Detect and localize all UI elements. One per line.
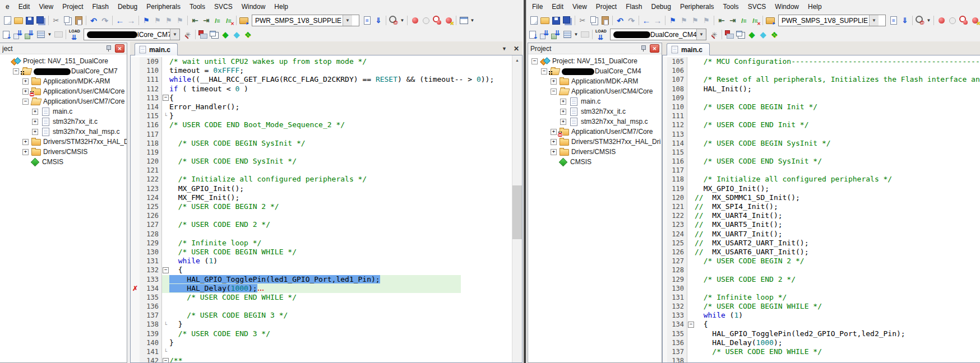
find-at-icon[interactable]: [914, 15, 926, 26]
code-line[interactable]: 126// MX_USART6_UART_Init();: [663, 248, 980, 257]
code-line[interactable]: 135 /* USER CODE END WHILE */: [131, 293, 512, 302]
open-icon[interactable]: [13, 15, 24, 26]
code-line[interactable]: 113−{: [131, 94, 512, 103]
component-icon[interactable]: [724, 29, 735, 40]
tree-item[interactable]: −Application/User/CM4/Core: [528, 86, 662, 96]
flag-prev-icon[interactable]: [152, 15, 163, 26]
fold-collapse-icon[interactable]: −: [163, 95, 169, 101]
tree-item[interactable]: +Application/MDK-ARM: [0, 76, 127, 86]
flash-folder-icon[interactable]: [765, 15, 776, 26]
menu-item-debug[interactable]: Debug: [647, 1, 676, 12]
manage-rte-icon[interactable]: [220, 29, 231, 40]
code-line[interactable]: 107 /* Reset of all peripherals, Initial…: [663, 75, 980, 84]
tree-item[interactable]: +stm32h7xx_it.c: [0, 117, 127, 127]
tree-item[interactable]: +Application/User/CM7/Core: [528, 127, 662, 137]
code-line[interactable]: 111: [663, 111, 980, 120]
fwd-icon[interactable]: [652, 15, 663, 26]
undo-icon[interactable]: [88, 15, 99, 26]
tree-item[interactable]: +stm32h7xx_it.c: [528, 106, 662, 117]
bp-disable-icon[interactable]: [947, 15, 958, 26]
unindent-icon[interactable]: [189, 15, 201, 26]
back-icon[interactable]: [641, 15, 652, 26]
comment-icon[interactable]: [738, 15, 750, 26]
expand-icon[interactable]: +: [22, 149, 29, 155]
flag-next-icon[interactable]: [690, 15, 701, 26]
combo-arrow-icon[interactable]: ▼: [170, 29, 179, 40]
code-line[interactable]: 123 MX_GPIO_Init();: [131, 184, 512, 193]
build-icon[interactable]: [13, 29, 24, 40]
flag-prev-icon[interactable]: [678, 15, 690, 26]
rebuild-icon[interactable]: [24, 29, 35, 40]
flag-clear-icon[interactable]: [701, 15, 712, 26]
tab-list-icon[interactable]: ▼: [502, 46, 507, 52]
fwd-icon[interactable]: [126, 15, 137, 26]
tab-main-c[interactable]: main.c: [667, 43, 710, 55]
build-target-combo[interactable]: DualCore_CM4▼: [610, 29, 706, 40]
collapse-icon[interactable]: −: [13, 68, 19, 75]
code-area[interactable]: 105 /* MCU Configuration----------------…: [663, 55, 980, 362]
save-icon[interactable]: [551, 15, 562, 26]
code-line[interactable]: 114Error_Handler();: [131, 103, 512, 111]
code-line[interactable]: 121// MX_SPI4_Init();: [663, 202, 980, 211]
code-line[interactable]: 131 /* Infinite loop */: [663, 293, 980, 302]
pin-icon[interactable]: [641, 45, 646, 52]
collapse-icon[interactable]: −: [531, 58, 538, 64]
code-line[interactable]: 116 /* USER CODE END SysInit */: [663, 157, 980, 166]
scrollbar-up-icon[interactable]: ▲: [512, 55, 522, 64]
indent-icon[interactable]: [727, 15, 738, 26]
scrollbar-thumb[interactable]: [512, 185, 522, 239]
expand-icon[interactable]: +: [560, 99, 566, 105]
flash-folder-icon[interactable]: [238, 15, 249, 26]
build-icon[interactable]: [539, 29, 551, 40]
bp-kill-all-icon[interactable]: [969, 15, 980, 26]
paste-icon[interactable]: [73, 15, 84, 26]
code-line[interactable]: 130: [663, 284, 980, 293]
menu-item-window[interactable]: Window: [237, 1, 270, 12]
menu-item-peripherals[interactable]: Peripherals: [142, 1, 185, 12]
tree-item[interactable]: +stm32h7xx_hal_msp.c: [528, 117, 662, 127]
translate-icon[interactable]: [528, 29, 539, 40]
combo-arrow-icon[interactable]: ▼: [696, 29, 706, 40]
saveall-icon[interactable]: [35, 15, 47, 26]
unindent-icon[interactable]: [716, 15, 727, 26]
expand-icon[interactable]: +: [22, 139, 29, 145]
code-line[interactable]: 125// MX_USART2_UART_Init();: [663, 239, 980, 248]
code-line[interactable]: 111while((__HAL_RCC_GET_FLAG(RCC_FLAG_D2…: [131, 75, 512, 84]
code-line[interactable]: 128: [131, 230, 512, 239]
expand-icon[interactable]: +: [551, 129, 557, 135]
code-area[interactable]: 109/* wait until CPU2 wakes up from stop…: [131, 55, 512, 362]
code-line[interactable]: 112if ( timeout < 0 ): [131, 85, 512, 94]
wand-icon[interactable]: [709, 29, 720, 40]
menu-item-window[interactable]: Window: [770, 1, 803, 12]
combo-arrow-icon[interactable]: ▼: [343, 15, 352, 26]
code-line[interactable]: 117: [131, 130, 512, 139]
menu-item-tools[interactable]: Tools: [185, 1, 210, 12]
code-line[interactable]: 123// MX_UART5_Init();: [663, 220, 980, 229]
new-icon[interactable]: [2, 15, 13, 26]
code-line[interactable]: 136: [131, 302, 512, 311]
code-line[interactable]: 120// MX_SDMMC1_SD_Init();: [663, 193, 980, 202]
menu-item-peripherals[interactable]: Peripherals: [676, 1, 719, 12]
code-line[interactable]: 119: [131, 148, 512, 157]
flag-icon[interactable]: [141, 15, 152, 26]
code-line[interactable]: 114 /* USER CODE BEGIN SysInit */: [663, 139, 980, 148]
find-in-files-icon[interactable]: [373, 15, 384, 26]
tree-item[interactable]: +Drivers/STM32H7xx_HAL_Dri: [0, 137, 127, 147]
menu-item-edit[interactable]: Edit: [14, 1, 35, 12]
code-line[interactable]: 141└: [131, 347, 512, 356]
collapse-icon[interactable]: −: [22, 99, 29, 105]
manage-layers-icon[interactable]: [209, 29, 220, 40]
code-line[interactable]: 105 /* MCU Configuration----------------…: [663, 57, 980, 66]
fold-collapse-icon[interactable]: −: [163, 267, 169, 273]
flash-settings-icon[interactable]: [888, 15, 899, 26]
uncomment-icon[interactable]: [223, 15, 234, 26]
code-line[interactable]: 132− {: [131, 266, 512, 274]
fold-collapse-icon[interactable]: −: [163, 358, 169, 362]
stop-build-icon[interactable]: [53, 29, 64, 40]
code-line[interactable]: ✗134 HAL_Delay(1000);: [131, 284, 512, 293]
flash-target-combo[interactable]: PWR_SMPS_1V8_SUPPLIE▼: [778, 15, 886, 26]
bp-kill-all-icon[interactable]: [443, 15, 454, 26]
save-icon[interactable]: [24, 15, 35, 26]
redo-icon[interactable]: [626, 15, 637, 26]
code-line[interactable]: 112 /* USER CODE END Init */: [663, 120, 980, 129]
